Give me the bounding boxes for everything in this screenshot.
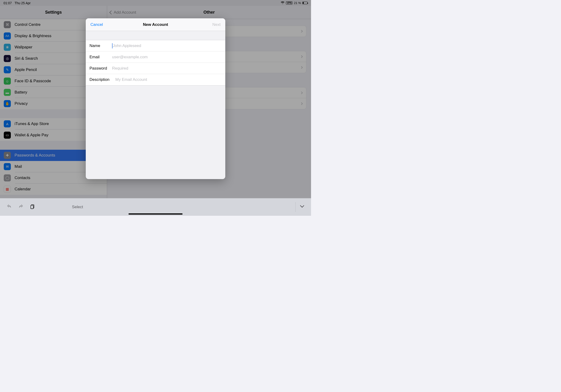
keyboard-accessory-bar: Select — [0, 198, 311, 216]
clipboard-icon[interactable] — [30, 204, 35, 210]
cancel-button[interactable]: Cancel — [90, 22, 103, 27]
home-indicator — [129, 213, 183, 215]
description-label: Description — [89, 77, 115, 82]
text-cursor — [112, 43, 113, 48]
email-label: Email — [89, 55, 112, 59]
suggestion-slot-1[interactable] — [120, 205, 204, 209]
name-label: Name — [89, 44, 112, 48]
description-field[interactable] — [115, 77, 222, 82]
password-label: Password — [89, 66, 112, 71]
svg-rect-1 — [31, 205, 33, 209]
redo-icon[interactable] — [18, 204, 23, 210]
separator — [295, 202, 296, 212]
email-field[interactable] — [112, 55, 222, 59]
new-account-form: Name Email Password Description — [86, 40, 225, 86]
new-account-modal: Cancel New Account Next Name Email Passw… — [86, 18, 225, 179]
select-button[interactable]: Select — [35, 205, 120, 209]
next-button[interactable]: Next — [212, 22, 221, 27]
modal-title: New Account — [86, 22, 225, 27]
name-field[interactable] — [113, 44, 222, 48]
dismiss-keyboard-icon[interactable] — [300, 205, 304, 209]
suggestion-slot-2[interactable] — [204, 205, 289, 209]
password-field[interactable] — [112, 66, 222, 71]
undo-icon[interactable] — [7, 204, 12, 210]
